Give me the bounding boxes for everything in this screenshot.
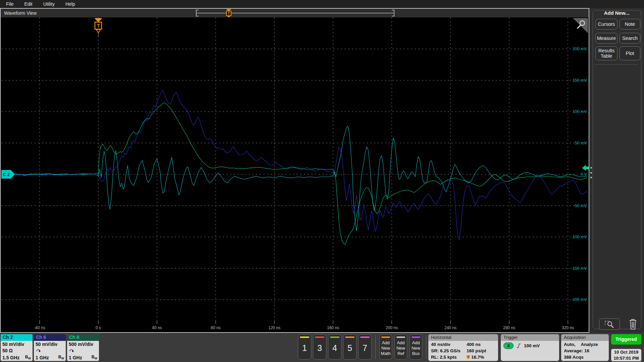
svg-text:240 ns: 240 ns [444, 325, 457, 330]
channel-1-color [300, 337, 309, 338]
time: 10:57:01 PM [611, 355, 641, 361]
channel-badge-ch8[interactable]: Ch 8 500 mV/div 1 GHz BW [67, 334, 99, 361]
channel-3-color [315, 337, 324, 338]
svg-text:0 V: 0 V [581, 172, 587, 177]
panel-drag-handle[interactable] [590, 167, 592, 178]
trigger-position-percent: 16.7% [471, 354, 484, 360]
trigger-title: Trigger [501, 334, 559, 341]
acquisition-average: Average: 16 [564, 348, 606, 354]
ch2-bandwidth: 1.5 GHz [2, 355, 19, 361]
sidebar-divider [595, 64, 638, 65]
waveform-traces [1, 90, 587, 244]
add-search-button[interactable]: Search [620, 33, 640, 44]
trash-icon[interactable] [628, 317, 638, 330]
ch8-bandwidth: 1 GHz [69, 355, 82, 361]
trigger-level: 100 mV [524, 343, 540, 349]
right-sidebar: Add New... Cursors Note Measure Search R… [589, 8, 644, 333]
add-new-math-button[interactable]: AddNewMath [379, 334, 392, 360]
acquisition-count: 388 Acqs [564, 354, 606, 360]
svg-text:120 ns: 120 ns [268, 325, 280, 330]
svg-text:-200 mV: -200 mV [571, 297, 587, 302]
menu-file[interactable]: File [6, 1, 14, 7]
bandwidth-limit-icon: BW [25, 354, 31, 361]
triggered-status-badge: Triggered [611, 334, 641, 345]
svg-text:-100 mV: -100 mV [571, 235, 587, 239]
svg-text:T: T [467, 355, 469, 359]
add-note-button[interactable]: Note [620, 19, 640, 29]
trigger-level-arrow[interactable] [582, 165, 589, 171]
grid-lines [1, 17, 588, 324]
add-new-ref-button[interactable]: AddNewRef [394, 334, 407, 360]
channel-1-button[interactable]: 1 [298, 334, 311, 360]
ch6-scale: 50 mV/div [36, 341, 64, 348]
datetime-display: 10 Oct 2019 10:57:01 PM [611, 349, 641, 361]
svg-text:80 ns: 80 ns [211, 325, 220, 330]
svg-text:200 mV: 200 mV [573, 47, 587, 51]
acquisition-title: Acquisition [561, 334, 609, 341]
add-cursors-button[interactable]: Cursors [595, 19, 618, 29]
svg-text:150 mV: 150 mV [573, 78, 587, 83]
channel-4-button[interactable]: 4 [328, 334, 341, 360]
bus-color [412, 337, 420, 338]
acquisition-mode: Auto, [564, 341, 576, 348]
waveform-view-title: Waveform View [4, 10, 37, 16]
svg-text:200 ns: 200 ns [386, 325, 398, 330]
ref-color [396, 337, 405, 338]
channel-badge-ch2[interactable]: Ch 2 50 mV/div 50 Ω 1.5 GHz BW [1, 334, 33, 361]
add-plot-button[interactable]: Plot [620, 46, 640, 60]
bandwidth-limit-icon: BW [92, 354, 97, 361]
svg-text:-40 ns: -40 ns [34, 325, 45, 330]
add-new-bus-button[interactable]: AddNewBus [410, 334, 422, 360]
record-view-bar[interactable]: T [194, 9, 396, 17]
trace-ch2 [1, 126, 587, 231]
svg-text:50 mV: 50 mV [575, 141, 587, 145]
channel-7-color [360, 337, 370, 338]
menu-utility[interactable]: Utility [43, 1, 55, 7]
channel-3-button[interactable]: 3 [313, 334, 326, 360]
waveform-view-titlebar[interactable]: Waveform View T [1, 9, 589, 17]
svg-text:40 ns: 40 ns [152, 325, 162, 330]
channel-reference-badge-c2[interactable]: C 2 [1, 170, 15, 179]
acquisition-badge[interactable]: Acquisition Auto, Analyze Average: 16 38… [561, 334, 609, 361]
divider [375, 335, 376, 359]
horizontal-badge[interactable]: Horizontal 40 ns/div 400 ns SR: 6.25 GS/… [428, 334, 498, 361]
horizontal-scale: 40 ns/div [431, 341, 467, 348]
bandwidth-limit-icon: BW [58, 354, 64, 361]
channel-badge-ch6[interactable]: Ch 6 50 mV/div 1 GHz BW [34, 334, 66, 361]
rising-edge-icon [516, 343, 521, 349]
channel-badge-ch6-header: Ch 6 [34, 334, 66, 341]
channel-5-button[interactable]: 5 [343, 334, 357, 360]
channel-4-color [330, 337, 339, 338]
waveform-graticule[interactable]: -40 ns0 s40 ns80 ns120 ns160 ns200 ns240… [1, 17, 589, 332]
horizontal-title: Horizontal [428, 334, 498, 341]
acquisition-analyze: Analyze [581, 341, 598, 348]
add-results-table-button[interactable]: Results Table [595, 46, 618, 60]
channel-7-button[interactable]: 7 [358, 334, 372, 360]
probe-icon [69, 348, 74, 352]
zoom-select-button[interactable] [599, 318, 620, 330]
menu-help[interactable]: Help [65, 1, 75, 7]
trigger-source-badge: 8 [503, 343, 514, 349]
zoom-corner-icon[interactable] [573, 18, 588, 33]
ch2-impedance: 50 Ω [2, 348, 31, 354]
menu-edit[interactable]: Edit [24, 1, 33, 7]
svg-text:0 s: 0 s [96, 325, 101, 330]
trigger-position-icon: T [467, 355, 470, 360]
trigger-position-marker[interactable]: T [94, 18, 102, 37]
record-trigger-marker[interactable]: T [226, 9, 231, 17]
svg-text:160 ns: 160 ns [327, 325, 339, 330]
probe-icon [36, 348, 41, 352]
channel-badge-ch2-header: Ch 2 [1, 334, 33, 341]
sample-rate: SR: 6.25 GS/s [431, 348, 467, 354]
zoom-select-icon [604, 320, 615, 328]
svg-text:C 2: C 2 [3, 172, 10, 177]
add-new-header: Add New... [589, 10, 644, 16]
ch8-scale: 500 mV/div [69, 341, 97, 348]
oscilloscope-screen: File Edit Utility Help Waveform View T [0, 0, 644, 362]
channel-badge-ch8-header: Ch 8 [67, 334, 99, 341]
horizontal-window: 400 ns [467, 341, 495, 348]
add-measure-button[interactable]: Measure [595, 33, 618, 44]
divider [426, 335, 426, 359]
trigger-badge[interactable]: Trigger 8 100 mV [501, 334, 559, 361]
ch2-scale: 50 mV/div [2, 341, 31, 348]
